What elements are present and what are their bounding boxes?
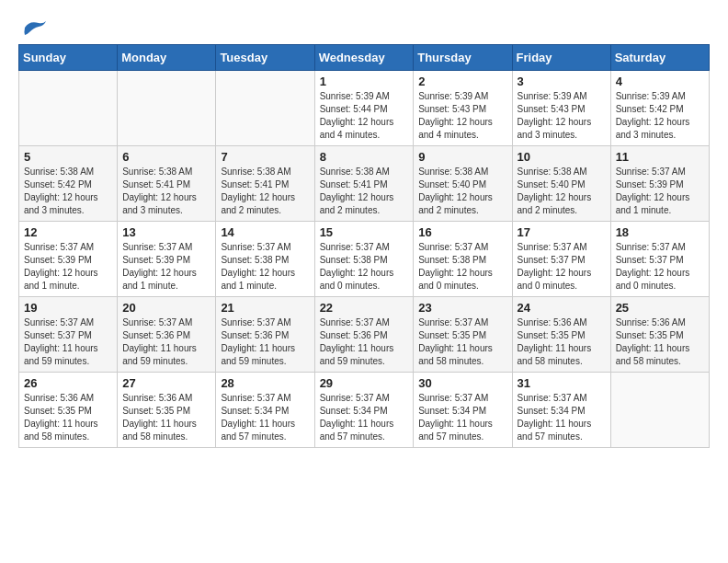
- day-info: Sunrise: 5:38 AM Sunset: 5:40 PM Dayligh…: [518, 166, 606, 217]
- day-info: Sunrise: 5:37 AM Sunset: 5:34 PM Dayligh…: [418, 392, 506, 443]
- day-info: Sunrise: 5:37 AM Sunset: 5:36 PM Dayligh…: [122, 316, 210, 368]
- day-info: Sunrise: 5:38 AM Sunset: 5:41 PM Dayligh…: [320, 166, 409, 217]
- day-info: Sunrise: 5:37 AM Sunset: 5:39 PM Dayligh…: [122, 241, 210, 293]
- logo: [18, 18, 48, 37]
- day-number: 28: [221, 376, 309, 390]
- day-info: Sunrise: 5:37 AM Sunset: 5:38 PM Dayligh…: [320, 241, 409, 293]
- day-number: 11: [616, 150, 704, 164]
- day-info: Sunrise: 5:37 AM Sunset: 5:37 PM Dayligh…: [518, 241, 606, 293]
- calendar-cell: [19, 71, 118, 146]
- day-number: 8: [320, 150, 409, 164]
- day-info: Sunrise: 5:39 AM Sunset: 5:42 PM Dayligh…: [616, 90, 704, 142]
- calendar-cell: 30Sunrise: 5:37 AM Sunset: 5:34 PM Dayli…: [414, 373, 512, 448]
- calendar-cell: 5Sunrise: 5:38 AM Sunset: 5:42 PM Daylig…: [19, 146, 118, 222]
- day-number: 10: [518, 150, 606, 164]
- calendar-day-header: Monday: [118, 45, 216, 71]
- day-info: Sunrise: 5:37 AM Sunset: 5:35 PM Dayligh…: [418, 316, 506, 368]
- calendar-cell: 20Sunrise: 5:37 AM Sunset: 5:36 PM Dayli…: [118, 297, 216, 373]
- day-number: 2: [418, 75, 506, 88]
- day-number: 1: [320, 75, 409, 88]
- calendar-cell: 21Sunrise: 5:37 AM Sunset: 5:36 PM Dayli…: [216, 297, 314, 373]
- calendar-cell: 31Sunrise: 5:37 AM Sunset: 5:34 PM Dayli…: [512, 373, 610, 448]
- day-number: 13: [122, 225, 210, 239]
- calendar-cell: 24Sunrise: 5:36 AM Sunset: 5:35 PM Dayli…: [512, 297, 610, 373]
- calendar-day-header: Wednesday: [314, 45, 414, 71]
- day-number: 25: [616, 301, 704, 315]
- calendar-cell: 1Sunrise: 5:39 AM Sunset: 5:44 PM Daylig…: [314, 71, 414, 146]
- calendar-cell: 12Sunrise: 5:37 AM Sunset: 5:39 PM Dayli…: [19, 222, 118, 297]
- calendar-day-header: Tuesday: [216, 45, 314, 71]
- day-number: 30: [418, 376, 506, 390]
- day-number: 20: [122, 301, 210, 315]
- day-info: Sunrise: 5:37 AM Sunset: 5:38 PM Dayligh…: [221, 241, 309, 293]
- calendar-cell: 28Sunrise: 5:37 AM Sunset: 5:34 PM Dayli…: [216, 373, 314, 448]
- day-info: Sunrise: 5:37 AM Sunset: 5:37 PM Dayligh…: [24, 316, 112, 368]
- day-info: Sunrise: 5:39 AM Sunset: 5:43 PM Dayligh…: [418, 90, 506, 142]
- day-number: 29: [320, 376, 409, 390]
- day-number: 31: [518, 376, 606, 390]
- day-number: 21: [221, 301, 309, 315]
- day-info: Sunrise: 5:36 AM Sunset: 5:35 PM Dayligh…: [518, 316, 606, 368]
- day-number: 17: [518, 225, 606, 239]
- day-number: 9: [418, 150, 506, 164]
- day-number: 19: [24, 301, 112, 315]
- calendar-cell: [118, 71, 216, 146]
- day-info: Sunrise: 5:38 AM Sunset: 5:40 PM Dayligh…: [418, 166, 506, 217]
- calendar-cell: 29Sunrise: 5:37 AM Sunset: 5:34 PM Dayli…: [314, 373, 414, 448]
- day-number: 4: [616, 75, 704, 88]
- day-number: 16: [418, 225, 506, 239]
- calendar-cell: 15Sunrise: 5:37 AM Sunset: 5:38 PM Dayli…: [314, 222, 414, 297]
- calendar-day-header: Friday: [512, 45, 610, 71]
- day-info: Sunrise: 5:37 AM Sunset: 5:34 PM Dayligh…: [320, 392, 409, 443]
- calendar-header-row: SundayMondayTuesdayWednesdayThursdayFrid…: [19, 45, 710, 71]
- day-number: 27: [122, 376, 210, 390]
- calendar-cell: 2Sunrise: 5:39 AM Sunset: 5:43 PM Daylig…: [414, 71, 512, 146]
- day-info: Sunrise: 5:38 AM Sunset: 5:42 PM Dayligh…: [24, 166, 112, 217]
- calendar-cell: 6Sunrise: 5:38 AM Sunset: 5:41 PM Daylig…: [118, 146, 216, 222]
- calendar-cell: 13Sunrise: 5:37 AM Sunset: 5:39 PM Dayli…: [118, 222, 216, 297]
- day-info: Sunrise: 5:37 AM Sunset: 5:39 PM Dayligh…: [616, 166, 704, 217]
- calendar-week-row: 12Sunrise: 5:37 AM Sunset: 5:39 PM Dayli…: [19, 222, 710, 297]
- calendar-table: SundayMondayTuesdayWednesdayThursdayFrid…: [18, 44, 710, 448]
- calendar-cell: 19Sunrise: 5:37 AM Sunset: 5:37 PM Dayli…: [19, 297, 118, 373]
- calendar-cell: 11Sunrise: 5:37 AM Sunset: 5:39 PM Dayli…: [610, 146, 709, 222]
- day-number: 18: [616, 225, 704, 239]
- day-number: 14: [221, 225, 309, 239]
- day-info: Sunrise: 5:38 AM Sunset: 5:41 PM Dayligh…: [221, 166, 309, 217]
- calendar-cell: [610, 373, 709, 448]
- calendar-day-header: Thursday: [414, 45, 512, 71]
- day-info: Sunrise: 5:37 AM Sunset: 5:37 PM Dayligh…: [616, 241, 704, 293]
- day-number: 15: [320, 225, 409, 239]
- calendar-cell: 10Sunrise: 5:38 AM Sunset: 5:40 PM Dayli…: [512, 146, 610, 222]
- calendar-day-header: Saturday: [610, 45, 709, 71]
- day-info: Sunrise: 5:37 AM Sunset: 5:36 PM Dayligh…: [221, 316, 309, 368]
- day-info: Sunrise: 5:36 AM Sunset: 5:35 PM Dayligh…: [24, 392, 112, 443]
- day-number: 23: [418, 301, 506, 315]
- day-number: 24: [518, 301, 606, 315]
- day-number: 6: [122, 150, 210, 164]
- calendar-week-row: 19Sunrise: 5:37 AM Sunset: 5:37 PM Dayli…: [19, 297, 710, 373]
- day-number: 5: [24, 150, 112, 164]
- calendar-cell: 18Sunrise: 5:37 AM Sunset: 5:37 PM Dayli…: [610, 222, 709, 297]
- calendar-cell: [216, 71, 314, 146]
- day-number: 7: [221, 150, 309, 164]
- day-info: Sunrise: 5:37 AM Sunset: 5:39 PM Dayligh…: [24, 241, 112, 293]
- day-info: Sunrise: 5:37 AM Sunset: 5:34 PM Dayligh…: [221, 392, 309, 443]
- calendar-cell: 3Sunrise: 5:39 AM Sunset: 5:43 PM Daylig…: [512, 71, 610, 146]
- calendar-cell: 22Sunrise: 5:37 AM Sunset: 5:36 PM Dayli…: [314, 297, 414, 373]
- calendar-cell: 25Sunrise: 5:36 AM Sunset: 5:35 PM Dayli…: [610, 297, 709, 373]
- day-number: 3: [518, 75, 606, 88]
- day-info: Sunrise: 5:37 AM Sunset: 5:34 PM Dayligh…: [518, 392, 606, 443]
- day-number: 26: [24, 376, 112, 390]
- calendar-cell: 23Sunrise: 5:37 AM Sunset: 5:35 PM Dayli…: [414, 297, 512, 373]
- calendar-cell: 26Sunrise: 5:36 AM Sunset: 5:35 PM Dayli…: [19, 373, 118, 448]
- day-info: Sunrise: 5:39 AM Sunset: 5:43 PM Dayligh…: [518, 90, 606, 142]
- calendar-cell: 4Sunrise: 5:39 AM Sunset: 5:42 PM Daylig…: [610, 71, 709, 146]
- page-header: [18, 18, 710, 37]
- calendar-cell: 7Sunrise: 5:38 AM Sunset: 5:41 PM Daylig…: [216, 146, 314, 222]
- calendar-cell: 16Sunrise: 5:37 AM Sunset: 5:38 PM Dayli…: [414, 222, 512, 297]
- calendar-cell: 17Sunrise: 5:37 AM Sunset: 5:37 PM Dayli…: [512, 222, 610, 297]
- calendar-cell: 14Sunrise: 5:37 AM Sunset: 5:38 PM Dayli…: [216, 222, 314, 297]
- day-number: 22: [320, 301, 409, 315]
- day-info: Sunrise: 5:38 AM Sunset: 5:41 PM Dayligh…: [122, 166, 210, 217]
